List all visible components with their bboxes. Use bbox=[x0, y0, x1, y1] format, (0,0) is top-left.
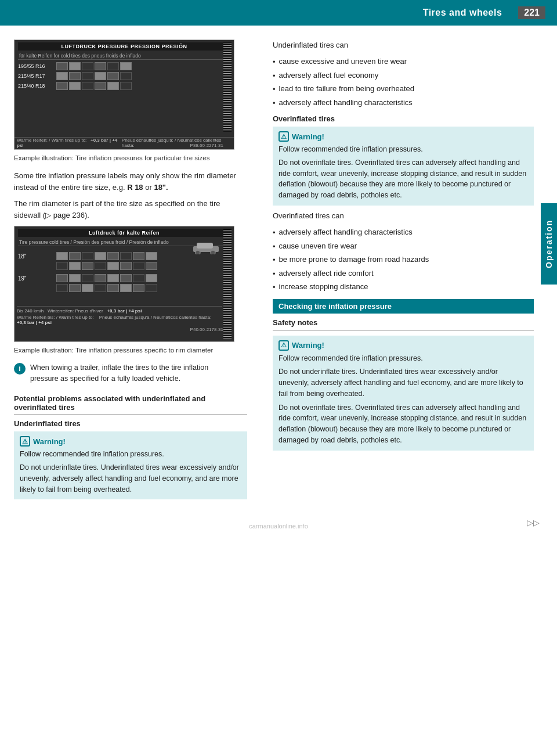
bullet-item: increase stopping distance bbox=[273, 281, 534, 293]
warning-box-2: ⚠ Warning! Follow recommended tire infla… bbox=[273, 127, 534, 206]
caption-1: Example illustration: Tire inflation pre… bbox=[14, 153, 234, 163]
warning-box-1: ⚠ Warning! Follow recommended tire infla… bbox=[14, 431, 247, 499]
warning3-line1: Follow recommended tire inflation pressu… bbox=[278, 353, 528, 364]
diag1-row-3: 215/40 R18 bbox=[18, 82, 230, 90]
warning2-body: Do not overinflate tires. Overinflated t… bbox=[278, 157, 528, 201]
bullet-item: lead to tire failure from being overheat… bbox=[273, 83, 534, 95]
checking-bar: Checking tire inflation pressure bbox=[273, 299, 534, 314]
diag2-img-id: P40.00-2178-31 bbox=[190, 327, 223, 332]
diag2-footer-row1: Bis 240 km/h Winterreifen: Pneus d'hiver… bbox=[17, 306, 222, 325]
diag1-row-2: 215/45 R17 bbox=[18, 72, 230, 80]
overinflated-can: Overinflated tires can bbox=[273, 210, 534, 222]
info-text: When towing a trailer, inflate the tires… bbox=[30, 362, 234, 384]
section-title-problems: Potential problems associated with under… bbox=[14, 394, 247, 415]
warning-title-2: ⚠ Warning! bbox=[278, 131, 528, 142]
bullet-item: adversely affect handling characteristic… bbox=[273, 226, 534, 239]
bullet-item: cause excessive and uneven tire wear bbox=[273, 56, 534, 68]
page-header: Tires and wheels 221 bbox=[0, 0, 557, 26]
diag2-subrow-19 bbox=[18, 284, 230, 292]
diag1-subheader: für kalte Reifen for cold tires des pneu… bbox=[18, 52, 230, 60]
bullet-item: be more prone to damage from road hazard… bbox=[273, 254, 534, 266]
warning3-body1: Do not underinflate tires. Underinflated… bbox=[278, 366, 528, 399]
bullet-item: adversely affect handling characteristic… bbox=[273, 97, 534, 109]
warning3-body2: Do not overinflate tires. Overinflated t… bbox=[278, 402, 528, 446]
warning-title-3: ⚠ Warning! bbox=[278, 340, 528, 351]
bullet-item: adversely affect ride comfort bbox=[273, 268, 534, 280]
underinflated-bullets: cause excessive and uneven tire wear adv… bbox=[273, 56, 534, 109]
caption-2: Example illustration: Tire inflation pre… bbox=[14, 345, 234, 355]
underinflated-can: Underinflated tires can bbox=[273, 39, 534, 51]
right-column: Underinflated tires can cause excessive … bbox=[261, 39, 557, 504]
overinflated-bullets: adversely affect handling characteristic… bbox=[273, 226, 534, 293]
warning1-line1: Follow recommended tire inflation pressu… bbox=[20, 449, 241, 460]
page-footer: ▷▷ carmanualonline.info bbox=[0, 510, 557, 533]
bullet-item: cause uneven tire wear bbox=[273, 240, 534, 253]
diag1-img-id: P88.60-2271-31 bbox=[190, 143, 223, 148]
warning2-line1: Follow recommended tire inflation pressu… bbox=[278, 144, 528, 155]
watermark: carmanualonline.info bbox=[249, 523, 308, 530]
diag2-header: Luftdruck für kalte Reifen bbox=[18, 229, 230, 237]
overinflated-title: Overinflated tires bbox=[273, 114, 534, 123]
diag2-subrow-18 bbox=[18, 262, 230, 270]
diag1-row-1: 195/55 R16 bbox=[18, 62, 230, 70]
diag1-barcode bbox=[223, 42, 232, 132]
header-title: Tires and wheels bbox=[423, 8, 502, 18]
diag1-header: LUFTDRUCK PRESSURE PRESSION PRESIÓN bbox=[18, 42, 230, 51]
svg-point-2 bbox=[196, 250, 200, 254]
warning-box-3: ⚠ Warning! Follow recommended tire infla… bbox=[273, 336, 534, 451]
bullet-item: adversely affect fuel economy bbox=[273, 70, 534, 82]
page-number: 221 bbox=[518, 6, 545, 19]
warning-icon-3: ⚠ bbox=[278, 340, 289, 351]
diag2-row-19: 19" bbox=[18, 274, 230, 282]
safety-divider bbox=[273, 330, 534, 331]
safety-notes-title: Safety notes bbox=[273, 318, 534, 327]
main-content: LUFTDRUCK PRESSURE PRESSION PRESIÓN für … bbox=[0, 26, 557, 504]
body-text-1: Some tire inflation pressure labels may … bbox=[14, 170, 247, 193]
warning-icon-2: ⚠ bbox=[278, 131, 289, 142]
info-icon: i bbox=[14, 363, 26, 375]
diagram-1: LUFTDRUCK PRESSURE PRESSION PRESIÓN für … bbox=[14, 39, 234, 150]
underinflated-title-left: Underinflated tires bbox=[14, 419, 247, 428]
info-box: i When towing a trailer, inflate the tir… bbox=[14, 362, 234, 384]
diag2-barcode bbox=[223, 229, 232, 339]
warning-title-1: ⚠ Warning! bbox=[20, 436, 241, 447]
warning-icon-1: ⚠ bbox=[20, 436, 30, 447]
footer-arrow: ▷▷ bbox=[527, 518, 540, 527]
svg-point-3 bbox=[211, 250, 215, 254]
svg-rect-1 bbox=[197, 243, 213, 249]
warning1-body: Do not underinflate tires. Underinflated… bbox=[20, 462, 241, 495]
footer-nav: ▷▷ bbox=[527, 518, 540, 527]
diagram-2: Luftdruck für kalte Reifen Tire pressure… bbox=[14, 226, 234, 342]
body-text-2: The rim diameter is part of the tire siz… bbox=[14, 198, 247, 221]
diag2-car-icon bbox=[191, 240, 221, 255]
left-column: LUFTDRUCK PRESSURE PRESSION PRESIÓN für … bbox=[0, 39, 261, 504]
